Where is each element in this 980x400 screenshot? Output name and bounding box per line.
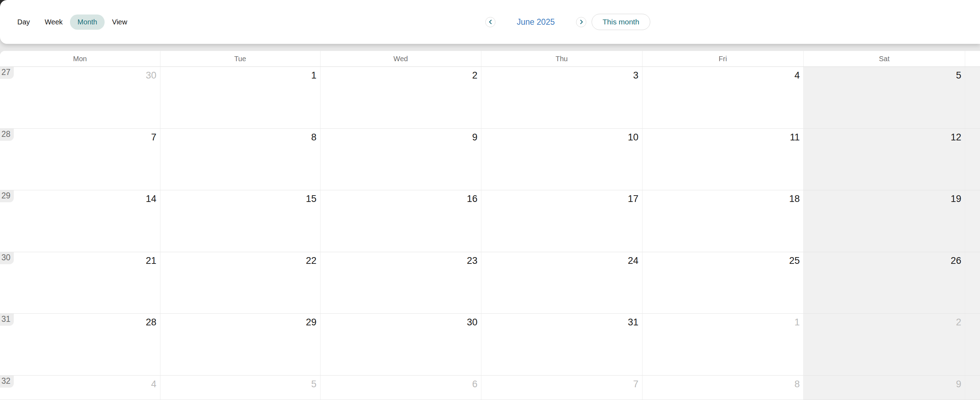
day-cell[interactable]: 5: [161, 376, 321, 400]
day-cell[interactable]: 18: [643, 190, 804, 252]
day-cell[interactable]: 24: [481, 252, 643, 314]
day-header-thu: Thu: [481, 51, 643, 67]
day-cell[interactable]: 1: [161, 67, 321, 129]
date-label: 23: [467, 256, 477, 266]
day-cell[interactable]: 5: [803, 67, 965, 129]
week-number-badge: 30: [0, 252, 14, 264]
day-cell[interactable]: 27 30: [0, 67, 161, 129]
date-label: 16: [467, 194, 477, 204]
day-cell-sun-sliver[interactable]: [965, 67, 980, 129]
day-cell[interactable]: 2: [803, 314, 965, 376]
day-cell[interactable]: 8: [643, 376, 804, 400]
day-cell-sun-sliver[interactable]: [965, 376, 980, 400]
date-label: 2: [956, 317, 961, 327]
date-label: 14: [146, 194, 156, 204]
day-cell[interactable]: 9: [803, 376, 965, 400]
day-cell[interactable]: 25: [643, 252, 804, 314]
day-cell[interactable]: 17: [481, 190, 643, 252]
date-label: 7: [151, 132, 156, 142]
day-cell[interactable]: 3: [481, 67, 643, 129]
day-cell[interactable]: 32 4: [0, 376, 161, 400]
date-label: 8: [794, 379, 800, 389]
date-label: 19: [951, 194, 961, 204]
day-header-fri: Fri: [643, 51, 804, 67]
date-label: 1: [311, 71, 316, 80]
day-cell[interactable]: 19: [803, 190, 965, 252]
week-number-badge: 27: [0, 67, 14, 79]
view-button-day[interactable]: Day: [10, 14, 37, 30]
date-label: 4: [794, 71, 800, 80]
day-cell[interactable]: 31: [481, 314, 643, 376]
day-cell-sun-sliver[interactable]: [965, 190, 980, 252]
date-label: 24: [628, 256, 638, 266]
date-label: 30: [467, 317, 477, 327]
day-cell[interactable]: 29: [161, 314, 321, 376]
chevron-left-icon: [488, 19, 493, 24]
date-label: 8: [311, 132, 316, 142]
date-label: 17: [628, 194, 638, 204]
day-cell[interactable]: 26: [803, 252, 965, 314]
day-cell[interactable]: 31 28: [0, 314, 161, 376]
prev-month-button[interactable]: [485, 17, 495, 27]
day-cell[interactable]: 30 21: [0, 252, 161, 314]
day-cell[interactable]: 29 14: [0, 190, 161, 252]
month-year-title[interactable]: June 2025: [495, 18, 576, 27]
day-header-tue: Tue: [161, 51, 321, 67]
month-calendar: Mon Tue Wed Thu Fri Sat 27 30 1 2 3 4 5 …: [0, 51, 980, 400]
date-label: 9: [472, 132, 477, 142]
view-button-week[interactable]: Week: [37, 14, 70, 30]
day-cell-sun-sliver[interactable]: [965, 129, 980, 191]
day-cell[interactable]: 11: [643, 129, 804, 191]
date-label: 28: [146, 317, 156, 327]
day-header-sat: Sat: [803, 51, 965, 67]
date-label: 12: [951, 132, 961, 142]
day-header-mon: Mon: [0, 51, 161, 67]
day-cell[interactable]: 28 7: [0, 129, 161, 191]
day-cell[interactable]: 8: [161, 129, 321, 191]
date-label: 11: [790, 132, 800, 142]
date-label: 26: [951, 256, 961, 266]
date-label: 2: [472, 71, 477, 80]
date-label: 5: [956, 71, 961, 80]
date-label: 4: [151, 379, 156, 389]
day-cell[interactable]: 10: [481, 129, 643, 191]
week-number-badge: 32: [0, 376, 14, 387]
date-label: 30: [146, 71, 156, 80]
date-label: 29: [306, 317, 316, 327]
view-switcher: Day Week Month View: [10, 14, 135, 30]
view-button-month[interactable]: Month: [70, 14, 105, 30]
date-label: 7: [633, 379, 638, 389]
day-cell[interactable]: 22: [161, 252, 321, 314]
day-cell[interactable]: 30: [321, 314, 482, 376]
month-navigation: June 2025 This month: [485, 0, 650, 44]
calendar-toolbar: Day Week Month View June 2025 This month: [0, 0, 980, 44]
week-number-badge: 29: [0, 190, 14, 202]
day-header-wed: Wed: [321, 51, 482, 67]
this-month-button[interactable]: This month: [592, 14, 650, 30]
date-label: 9: [956, 379, 961, 389]
day-cell[interactable]: 7: [481, 376, 643, 400]
day-cell-sun-sliver[interactable]: [965, 252, 980, 314]
day-cell[interactable]: 2: [321, 67, 482, 129]
date-label: 5: [311, 379, 316, 389]
week-number-badge: 31: [0, 314, 14, 326]
date-label: 31: [628, 317, 638, 327]
day-cell[interactable]: 4: [643, 67, 804, 129]
date-label: 6: [472, 379, 477, 389]
day-cell[interactable]: 9: [321, 129, 482, 191]
day-cell[interactable]: 23: [321, 252, 482, 314]
view-button-view[interactable]: View: [105, 14, 135, 30]
day-cell[interactable]: 1: [643, 314, 804, 376]
day-cell[interactable]: 12: [803, 129, 965, 191]
day-cell[interactable]: 15: [161, 190, 321, 252]
next-month-button[interactable]: [576, 17, 586, 27]
day-cell-sun-sliver[interactable]: [965, 314, 980, 376]
day-cell[interactable]: 6: [321, 376, 482, 400]
day-cell[interactable]: 16: [321, 190, 482, 252]
date-label: 10: [628, 132, 638, 142]
chevron-right-icon: [579, 19, 584, 24]
calendar-grid: Mon Tue Wed Thu Fri Sat 27 30 1 2 3 4 5 …: [0, 51, 980, 400]
week-number-badge: 28: [0, 129, 14, 141]
date-label: 21: [146, 256, 156, 266]
date-label: 22: [306, 256, 316, 266]
